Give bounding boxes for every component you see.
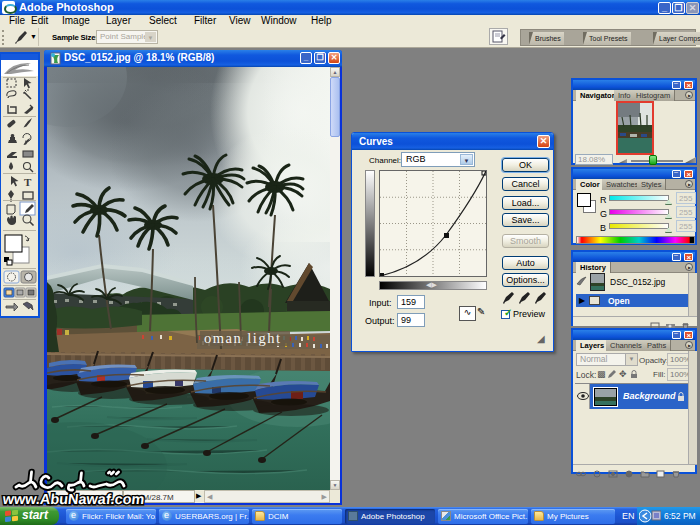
svg-text:oman light: oman light	[204, 330, 281, 346]
svg-text:T: T	[24, 176, 32, 188]
svg-text:www.AbuNawaf.com: www.AbuNawaf.com	[1, 491, 146, 507]
